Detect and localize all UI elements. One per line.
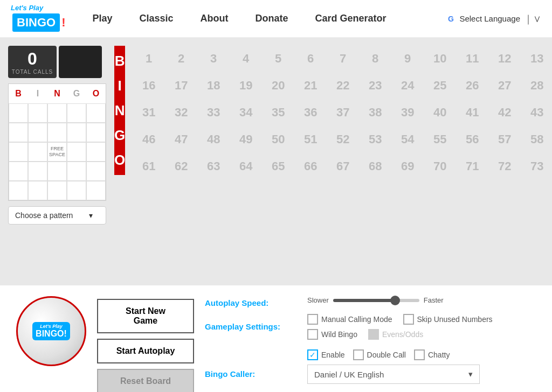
number-cell-11[interactable]: 11 [457,46,488,72]
bingo-cell [86,162,106,181]
number-cell-33[interactable]: 33 [198,100,229,125]
caller-dropdown-chevron-icon: ▾ [468,369,473,379]
enable-caller-label: Enable [321,351,345,359]
skip-unused-checkbox-item[interactable]: Skip Unused Numbers [403,314,493,325]
number-cell-46[interactable]: 46 [133,127,164,152]
reset-board-button[interactable]: Reset Board [97,369,194,392]
number-cell-3[interactable]: 3 [198,46,229,72]
number-cell-6[interactable]: 6 [295,46,326,72]
bingo-header-n: N [47,84,67,103]
number-cell-38[interactable]: 38 [360,100,391,125]
number-cell-13[interactable]: 13 [521,46,552,72]
number-cell-27[interactable]: 27 [489,73,520,99]
number-cell-58[interactable]: 58 [521,127,552,152]
chatty-checkbox[interactable] [414,349,425,360]
number-cell-40[interactable]: 40 [424,100,456,125]
number-cell-51[interactable]: 51 [295,127,326,152]
number-cell-31[interactable]: 31 [133,100,164,125]
chatty-checkbox-item[interactable]: Chatty [414,349,450,360]
number-cell-18[interactable]: 18 [198,73,229,99]
number-cell-37[interactable]: 37 [327,100,358,125]
logo[interactable]: Let's Play BINGO ! [11,4,65,33]
number-cell-61[interactable]: 61 [133,153,164,179]
number-cell-56[interactable]: 56 [457,127,488,152]
number-cell-54[interactable]: 54 [392,127,423,152]
number-cell-72[interactable]: 72 [489,153,520,179]
number-cell-66[interactable]: 66 [295,153,326,179]
enable-caller-checkbox-item[interactable]: Enable [307,349,345,360]
enable-caller-checkbox[interactable] [307,349,318,360]
number-cell-7[interactable]: 7 [327,46,358,72]
pattern-selector[interactable]: Choose a pattern ▾ [8,206,106,225]
number-cell-48[interactable]: 48 [198,127,229,152]
number-cell-26[interactable]: 26 [457,73,488,99]
number-cell-57[interactable]: 57 [489,127,520,152]
number-cell-17[interactable]: 17 [165,73,197,99]
number-cell-5[interactable]: 5 [263,46,294,72]
game-buttons: Start New Game Start Autoplay Reset Boar… [97,299,194,392]
number-cell-25[interactable]: 25 [424,73,456,99]
number-cell-34[interactable]: 34 [230,100,261,125]
number-cell-65[interactable]: 65 [263,153,294,179]
number-cell-70[interactable]: 70 [424,153,456,179]
bingo-cell [67,162,86,181]
number-cell-16[interactable]: 16 [133,73,164,99]
number-cell-42[interactable]: 42 [489,100,520,125]
number-cell-32[interactable]: 32 [165,100,197,125]
number-cell-22[interactable]: 22 [327,73,358,99]
nav-item-classic[interactable]: Classic [128,13,184,24]
number-cell-20[interactable]: 20 [263,73,294,99]
language-selector[interactable]: G Select Language ｜∨ [445,12,541,25]
number-cell-9[interactable]: 9 [392,46,423,72]
number-cell-35[interactable]: 35 [263,100,294,125]
number-cell-10[interactable]: 10 [424,46,456,72]
number-cell-68[interactable]: 68 [360,153,391,179]
bingo-header-i: I [28,84,47,103]
number-cell-69[interactable]: 69 [392,153,423,179]
number-cell-19[interactable]: 19 [230,73,261,99]
number-cell-53[interactable]: 53 [360,127,391,152]
bingo-letter-b: B [115,54,125,68]
manual-calling-checkbox[interactable] [307,314,318,325]
nav-item-play[interactable]: Play [81,13,123,24]
double-call-checkbox[interactable] [353,349,364,360]
nav-item-donate[interactable]: Donate [245,13,299,24]
number-cell-43[interactable]: 43 [521,100,552,125]
number-cell-52[interactable]: 52 [327,127,358,152]
number-cell-64[interactable]: 64 [230,153,261,179]
number-cell-1[interactable]: 1 [133,46,164,72]
manual-calling-checkbox-item[interactable]: Manual Calling Mode [307,314,392,325]
double-call-checkbox-item[interactable]: Double Call [353,349,406,360]
number-cell-49[interactable]: 49 [230,127,261,152]
autoplay-speed-slider[interactable] [333,299,419,302]
google-icon: G [445,13,456,24]
number-cell-47[interactable]: 47 [165,127,197,152]
wild-bingo-checkbox[interactable] [307,329,318,340]
number-cell-50[interactable]: 50 [263,127,294,152]
number-cell-73[interactable]: 73 [521,153,552,179]
start-autoplay-button[interactable]: Start Autoplay [97,339,194,363]
number-cell-4[interactable]: 4 [230,46,261,72]
prev-call-box [59,46,102,78]
number-cell-55[interactable]: 55 [424,127,456,152]
number-cell-12[interactable]: 12 [489,46,520,72]
start-new-game-button[interactable]: Start New Game [97,299,194,333]
nav-item-card-generator[interactable]: Card Generator [305,13,397,24]
number-cell-62[interactable]: 62 [165,153,197,179]
number-cell-23[interactable]: 23 [360,73,391,99]
nav-item-about[interactable]: About [190,13,239,24]
number-cell-2[interactable]: 2 [165,46,197,72]
number-cell-71[interactable]: 71 [457,153,488,179]
number-cell-39[interactable]: 39 [392,100,423,125]
number-cell-21[interactable]: 21 [295,73,326,99]
wild-bingo-checkbox-item[interactable]: Wild Bingo [307,329,357,340]
skip-unused-checkbox[interactable] [403,314,414,325]
number-cell-67[interactable]: 67 [327,153,358,179]
number-cell-24[interactable]: 24 [392,73,423,99]
number-cell-28[interactable]: 28 [521,73,552,99]
number-cell-41[interactable]: 41 [457,100,488,125]
number-cell-8[interactable]: 8 [360,46,391,72]
caller-dropdown[interactable]: Daniel / UK English ▾ [307,365,480,384]
number-cell-36[interactable]: 36 [295,100,326,125]
number-cell-63[interactable]: 63 [198,153,229,179]
